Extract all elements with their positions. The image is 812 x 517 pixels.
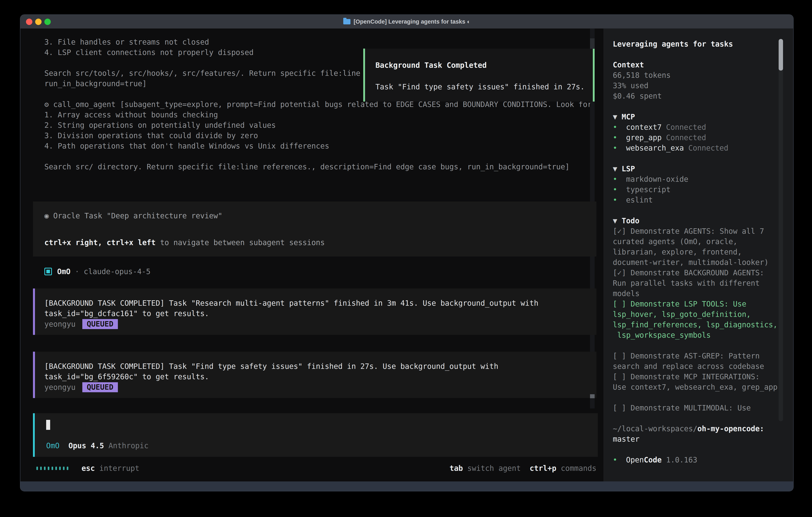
omo-agent-icon <box>45 268 52 275</box>
todo-line: models <box>613 289 793 299</box>
todo-line: lsp_workspace_symbols <box>613 330 793 341</box>
spinner-dots <box>36 467 68 470</box>
spinner-dot <box>48 467 49 470</box>
spinner-dot <box>44 467 46 470</box>
sidebar-scrollbar-thumb[interactable] <box>779 39 783 71</box>
mcp-item: •grep_appConnected <box>613 133 793 143</box>
todo-line: Use context7, websearch_exa, grep_app <box>613 382 793 392</box>
agent-output-line: 4. Path operations that don't handle Win… <box>45 141 592 151</box>
workspace-path-prefix: ~/local-workspaces/ <box>613 425 697 433</box>
todo-list: [✓] Demonstrate AGENTS: Show all 7curate… <box>613 226 793 413</box>
todo-line: [✓] Demonstrate AGENTS: Show all 7 <box>613 226 793 237</box>
prompt-input[interactable]: OmO Opus 4.5 Anthropic <box>33 413 598 457</box>
todo-line <box>613 392 793 403</box>
toast-body: Task "Find type safety issues" finished … <box>375 82 585 92</box>
chat-scrollbar-thumb[interactable] <box>590 38 594 49</box>
todo-line: search and replace across codebase <box>613 361 793 372</box>
agent-output-line: Search src/ directory. Return specific f… <box>45 162 592 172</box>
terminal-window: [OpenCode] Leveraging agents for tasks ◐… <box>20 15 793 491</box>
status-badge: QUEUED <box>82 319 118 329</box>
input-model-name: Opus 4.5 <box>68 441 104 450</box>
lsp-item: •markdown-oxide <box>613 174 793 185</box>
window-title: [OpenCode] Leveraging agents for tasks ◐ <box>354 19 470 25</box>
todo-line: curated agents (OmO, oracle, <box>613 237 793 247</box>
workspace-branch: master <box>613 434 793 444</box>
text-cursor <box>46 420 50 430</box>
status-badge: QUEUED <box>82 382 118 392</box>
spinner-dot <box>55 467 57 470</box>
mcp-item: •context7Connected <box>613 122 793 133</box>
ctrlp-key-label: commands <box>556 464 597 472</box>
oracle-hint-keys: ctrl+x right, ctrl+x left <box>45 238 156 247</box>
todo-line: [ ] Demonstrate AST-GREP: Pattern <box>613 351 793 361</box>
spinner-dot <box>67 467 68 470</box>
interrupt-hint: esc interrupt <box>82 463 140 473</box>
tab-key-label: switch agent <box>463 464 521 472</box>
workspace-repo: oh-my-opencode: <box>697 425 764 433</box>
lsp-list: •markdown-oxide•typescript•eslint <box>613 174 793 205</box>
tab-key-hint: tab <box>450 464 463 472</box>
todo-line: [ ] Demonstrate MCP INTEGRATIONS: <box>613 372 793 382</box>
message-line2: task_id="bg_dcfac161" to get results. <box>45 308 209 319</box>
window-bottom-strip <box>20 482 793 491</box>
todo-line: document-writer, multimodal-looker) <box>613 257 793 268</box>
input-agent-name: OmO <box>46 441 60 450</box>
chat-scrollbar-thumb-secondary[interactable] <box>590 394 594 398</box>
lsp-item: •eslint <box>613 195 793 205</box>
todo-line: lsp_find_references, lsp_diagnostics, <box>613 320 793 330</box>
message-author: yeongyu <box>45 383 76 392</box>
spinner-dot <box>36 467 38 470</box>
message-card: [BACKGROUND TASK COMPLETED] Task "Find t… <box>33 352 597 398</box>
ctrlp-key-hint: ctrl+p <box>521 464 556 472</box>
mcp-item: •websearch_exaConnected <box>613 143 793 153</box>
keybinding-hints: tab switch agent ctrl+p commands <box>450 463 597 473</box>
todo-line: lsp_hover, lsp_goto_definition, <box>613 309 793 320</box>
toast-background-task: Background Task Completed Task "Find typ… <box>363 49 594 102</box>
agent-name: OmO <box>57 267 70 276</box>
bullet-icon: • <box>613 133 617 142</box>
chevron-down-icon: ▼ <box>613 165 617 173</box>
todo-line <box>613 341 793 351</box>
bullet-icon: • <box>613 196 617 204</box>
oracle-task-box: ◉ Oracle Task "Deep architecture review"… <box>33 201 597 256</box>
context-used: 33% used <box>613 81 793 91</box>
bullet-icon: • <box>613 456 617 464</box>
screen: [OpenCode] Leveraging agents for tasks ◐… <box>0 0 812 517</box>
titlebar-title-wrap: [OpenCode] Leveraging agents for tasks ◐ <box>20 15 793 28</box>
version-row: •OpenCode 1.0.163 <box>613 455 793 465</box>
folder-icon <box>343 19 350 24</box>
todo-line: Run parallel tasks with different <box>613 278 793 289</box>
lsp-section-header[interactable]: ▼LSP <box>613 164 793 174</box>
bullet-icon: • <box>613 144 617 152</box>
bullet-icon: • <box>613 123 617 132</box>
mcp-section-header[interactable]: ▼MCP <box>613 112 793 122</box>
input-model-row: OmO Opus 4.5 Anthropic <box>46 441 148 451</box>
context-spent: $0.46 spent <box>613 91 793 101</box>
todo-line: [✓] Demonstrate BACKGROUND AGENTS: <box>613 268 793 278</box>
sidebar-scrollbar-track[interactable] <box>779 39 783 421</box>
spinner-dot <box>52 467 53 470</box>
agent-output-line: 1. Array access without bounds checking <box>45 110 592 120</box>
message-line1: [BACKGROUND TASK COMPLETED] Task "Find t… <box>45 361 498 372</box>
agent-output-line: 3. Division operations that could divide… <box>45 131 592 141</box>
chat-area: 3. File handles or streams not closed4. … <box>20 29 603 482</box>
todo-line: librarian, explore, frontend, <box>613 247 793 257</box>
todo-line: [ ] Demonstrate LSP TOOLS: Use <box>613 299 793 309</box>
lsp-item: •typescript <box>613 185 793 195</box>
oracle-hint-text: to navigate between subagent sessions <box>156 238 325 247</box>
todo-section-header[interactable]: ▼Todo <box>613 216 793 226</box>
agent-output-line: 3. File handles or streams not closed <box>45 37 592 47</box>
spinner-dot <box>63 467 64 470</box>
input-provider-name: Anthropic <box>109 441 148 450</box>
titlebar: [OpenCode] Leveraging agents for tasks ◐ <box>20 15 793 29</box>
todo-line: [ ] Demonstrate MULTIMODAL: Use <box>613 403 793 413</box>
agent-separator: · <box>75 267 79 276</box>
bullet-icon: • <box>613 175 617 184</box>
chevron-down-icon: ▼ <box>613 217 617 225</box>
agent-model: claude-opus-4-5 <box>84 267 150 276</box>
sidebar: Leveraging agents for tasks Context 66,5… <box>603 29 793 482</box>
context-heading: Context <box>613 60 793 70</box>
app-version: 1.0.163 <box>662 456 697 464</box>
agent-output-line <box>45 151 592 162</box>
oracle-task-hint: ctrl+x right, ctrl+x left to navigate be… <box>45 238 325 248</box>
